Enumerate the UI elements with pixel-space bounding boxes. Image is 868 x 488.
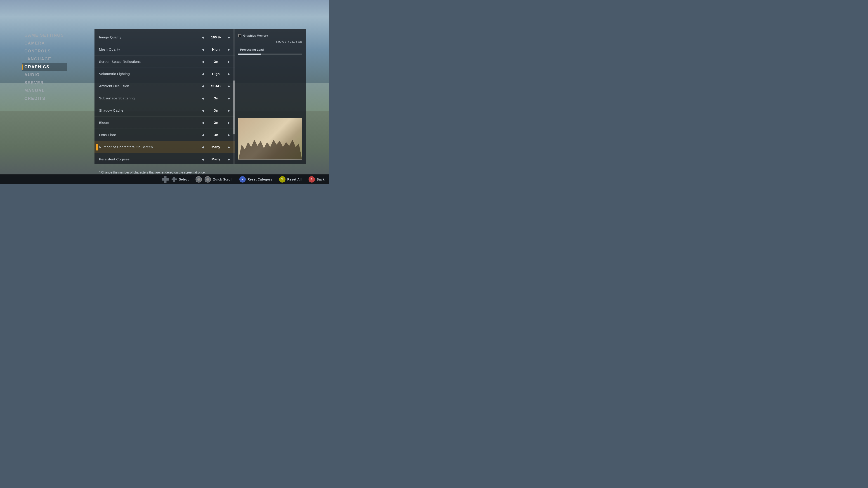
- memory-values: 5.90 GB / 23.76 GB: [238, 40, 302, 43]
- setting-row-shadow-cache[interactable]: Shadow Cache◀On▶: [94, 104, 235, 117]
- setting-name-subsurface-scattering: Subsurface Scattering: [99, 96, 202, 100]
- setting-row-screen-space-reflections[interactable]: Screen Space Reflections◀On▶: [94, 56, 235, 68]
- setting-value-image-quality: 100 %: [207, 35, 225, 39]
- b-button-icon: B: [309, 176, 315, 183]
- arrow-left-bloom[interactable]: ◀: [202, 121, 204, 125]
- setting-row-bloom[interactable]: Bloom◀On▶: [94, 117, 235, 129]
- arrow-right-shadow-cache[interactable]: ▶: [228, 109, 230, 112]
- setting-row-volumetric-lighting[interactable]: Volumetric Lighting◀High▶: [94, 68, 235, 80]
- control-quick-scroll[interactable]: Quick Scroll: [195, 176, 232, 183]
- arrow-left-image-quality[interactable]: ◀: [202, 35, 204, 39]
- settings-panel: Image Quality◀100 %▶Mesh Quality◀High▶Sc…: [94, 29, 235, 164]
- plus-icon: [172, 177, 177, 182]
- sidebar-item-game-settings[interactable]: GAME SETTINGS: [22, 32, 67, 39]
- sidebar-item-language[interactable]: LANGUAGE: [22, 55, 67, 63]
- control-reset-category[interactable]: XReset Category: [239, 176, 272, 183]
- sidebar-item-graphics[interactable]: GRAPHICS: [22, 63, 67, 71]
- processing-load-label: Processing Load: [240, 48, 264, 51]
- setting-row-subsurface-scattering[interactable]: Subsurface Scattering◀On▶: [94, 92, 235, 104]
- stick2-icon: [205, 176, 211, 183]
- dpad-icon: [162, 176, 169, 183]
- arrow-right-image-quality[interactable]: ▶: [228, 35, 230, 39]
- setting-row-mesh-quality[interactable]: Mesh Quality◀High▶: [94, 43, 235, 56]
- arrow-right-number-of-characters[interactable]: ▶: [228, 145, 230, 149]
- control-back[interactable]: BBack: [309, 176, 324, 183]
- setting-value-bloom: On: [207, 121, 225, 125]
- sidebar: GAME SETTINGSCAMERACONTROLSLANGUAGEGRAPH…: [22, 32, 67, 102]
- setting-name-image-quality: Image Quality: [99, 35, 202, 39]
- sidebar-item-audio[interactable]: AUDIO: [22, 71, 67, 78]
- setting-name-shadow-cache: Shadow Cache: [99, 108, 202, 112]
- processing-section: Processing Load: [238, 48, 302, 55]
- setting-row-persistent-corpses[interactable]: Persistent Corpses◀Many▶: [94, 153, 235, 164]
- arrow-right-ambient-occlusion[interactable]: ▶: [228, 84, 230, 88]
- y-button-icon: Y: [279, 176, 285, 183]
- processing-bar: [238, 54, 302, 55]
- arrow-left-shadow-cache[interactable]: ◀: [202, 109, 204, 112]
- arrow-left-volumetric-lighting[interactable]: ◀: [202, 72, 204, 76]
- setting-control-lens-flare: ◀On▶: [202, 133, 230, 137]
- setting-control-bloom: ◀On▶: [202, 121, 230, 125]
- control-label-select: Select: [179, 177, 189, 181]
- controls-bar: SelectQuick ScrollXReset CategoryYReset …: [0, 174, 329, 184]
- arrow-right-subsurface-scattering[interactable]: ▶: [228, 96, 230, 100]
- setting-name-persistent-corpses: Persistent Corpses: [99, 157, 202, 161]
- setting-control-shadow-cache: ◀On▶: [202, 108, 230, 112]
- setting-row-lens-flare[interactable]: Lens Flare◀On▶: [94, 129, 235, 141]
- setting-control-subsurface-scattering: ◀On▶: [202, 96, 230, 100]
- memory-used: 5.90 GB: [276, 40, 287, 43]
- setting-control-screen-space-reflections: ◀On▶: [202, 60, 230, 64]
- setting-row-ambient-occlusion[interactable]: Ambient Occlusion◀SSAO▶: [94, 80, 235, 92]
- sidebar-item-credits[interactable]: CREDITS: [22, 95, 67, 102]
- arrow-right-persistent-corpses[interactable]: ▶: [228, 158, 230, 161]
- processing-load-section: Processing Load: [238, 48, 302, 51]
- control-reset-all[interactable]: YReset All: [279, 176, 302, 183]
- sidebar-item-server[interactable]: SERVER: [22, 79, 67, 87]
- arrow-right-volumetric-lighting[interactable]: ▶: [228, 72, 230, 76]
- arrow-left-subsurface-scattering[interactable]: ◀: [202, 96, 204, 100]
- arrow-left-persistent-corpses[interactable]: ◀: [202, 158, 204, 161]
- memory-total: 23.76 GB: [290, 40, 302, 43]
- arrow-right-lens-flare[interactable]: ▶: [228, 133, 230, 137]
- arrow-left-mesh-quality[interactable]: ◀: [202, 48, 204, 51]
- stick-icon: [195, 176, 202, 183]
- arrow-left-lens-flare[interactable]: ◀: [202, 133, 204, 137]
- arrow-left-number-of-characters[interactable]: ◀: [202, 145, 204, 149]
- sidebar-item-controls[interactable]: CONTROLS: [22, 47, 67, 55]
- setting-name-mesh-quality: Mesh Quality: [99, 47, 202, 51]
- setting-value-mesh-quality: High: [207, 47, 225, 51]
- graphics-memory-section: Graphics Memory: [238, 34, 302, 37]
- control-label-quick-scroll: Quick Scroll: [213, 177, 232, 181]
- info-panel: Graphics Memory 5.90 GB / 23.76 GB Proce…: [235, 29, 306, 164]
- setting-control-persistent-corpses: ◀Many▶: [202, 157, 230, 161]
- graphics-memory-icon: [238, 34, 241, 37]
- setting-row-image-quality[interactable]: Image Quality◀100 %▶: [94, 31, 235, 43]
- setting-value-shadow-cache: On: [207, 108, 225, 112]
- arrow-right-mesh-quality[interactable]: ▶: [228, 48, 230, 51]
- control-label-reset-category: Reset Category: [248, 177, 272, 181]
- control-label-reset-all: Reset All: [287, 177, 302, 181]
- arrow-left-screen-space-reflections[interactable]: ◀: [202, 60, 204, 64]
- setting-control-volumetric-lighting: ◀High▶: [202, 72, 230, 76]
- arrow-left-ambient-occlusion[interactable]: ◀: [202, 84, 204, 88]
- setting-control-image-quality: ◀100 %▶: [202, 35, 230, 39]
- setting-value-screen-space-reflections: On: [207, 60, 225, 64]
- preview-image: [238, 118, 302, 160]
- arrow-right-screen-space-reflections[interactable]: ▶: [228, 60, 230, 64]
- setting-value-volumetric-lighting: High: [207, 72, 225, 76]
- memory-separator: /: [287, 40, 290, 43]
- setting-name-ambient-occlusion: Ambient Occlusion: [99, 84, 202, 88]
- setting-name-number-of-characters: Number of Characters On Screen: [99, 145, 202, 149]
- setting-value-ambient-occlusion: SSAO: [207, 84, 225, 88]
- sidebar-item-camera[interactable]: CAMERA: [22, 39, 67, 47]
- setting-row-number-of-characters[interactable]: Number of Characters On Screen◀Many▶: [94, 141, 235, 153]
- scrollbar[interactable]: [233, 29, 235, 164]
- description-bar: * Change the number of characters that a…: [94, 170, 329, 174]
- setting-value-lens-flare: On: [207, 133, 225, 137]
- setting-value-subsurface-scattering: On: [207, 96, 225, 100]
- x-button-icon: X: [239, 176, 246, 183]
- arrow-right-bloom[interactable]: ▶: [228, 121, 230, 125]
- control-select[interactable]: Select: [162, 176, 189, 183]
- settings-list: Image Quality◀100 %▶Mesh Quality◀High▶Sc…: [94, 29, 235, 164]
- sidebar-item-manual[interactable]: MANUAL: [22, 87, 67, 94]
